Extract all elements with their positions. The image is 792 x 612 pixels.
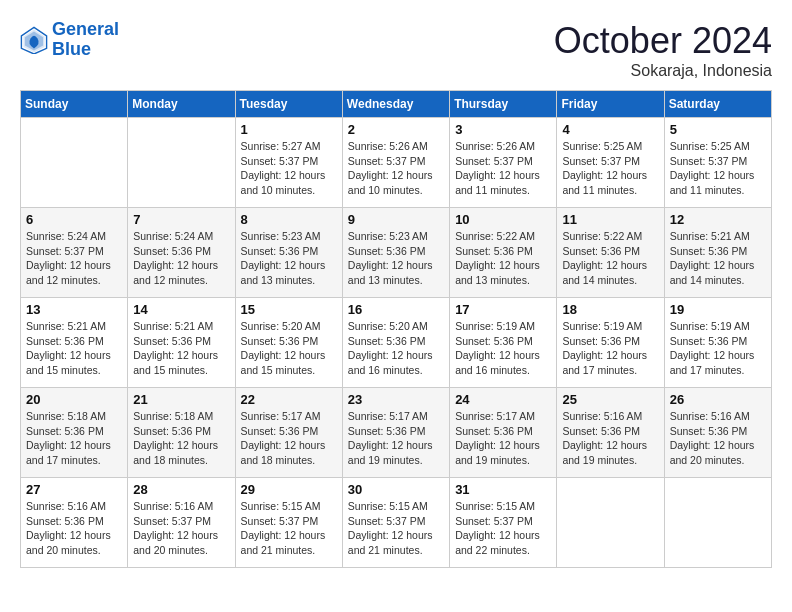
day-number: 22 xyxy=(241,392,337,407)
calendar-cell: 8Sunrise: 5:23 AMSunset: 5:36 PMDaylight… xyxy=(235,208,342,298)
day-info: Sunrise: 5:16 AMSunset: 5:36 PMDaylight:… xyxy=(670,409,766,468)
calendar-cell: 20Sunrise: 5:18 AMSunset: 5:36 PMDayligh… xyxy=(21,388,128,478)
day-number: 19 xyxy=(670,302,766,317)
calendar-cell: 14Sunrise: 5:21 AMSunset: 5:36 PMDayligh… xyxy=(128,298,235,388)
day-number: 16 xyxy=(348,302,444,317)
calendar-cell: 5Sunrise: 5:25 AMSunset: 5:37 PMDaylight… xyxy=(664,118,771,208)
day-info: Sunrise: 5:19 AMSunset: 5:36 PMDaylight:… xyxy=(562,319,658,378)
day-info: Sunrise: 5:16 AMSunset: 5:36 PMDaylight:… xyxy=(26,499,122,558)
day-info: Sunrise: 5:26 AMSunset: 5:37 PMDaylight:… xyxy=(348,139,444,198)
day-number: 12 xyxy=(670,212,766,227)
day-number: 28 xyxy=(133,482,229,497)
day-info: Sunrise: 5:26 AMSunset: 5:37 PMDaylight:… xyxy=(455,139,551,198)
col-tuesday: Tuesday xyxy=(235,91,342,118)
calendar-cell: 15Sunrise: 5:20 AMSunset: 5:36 PMDayligh… xyxy=(235,298,342,388)
logo-line1: General xyxy=(52,19,119,39)
calendar-cell: 29Sunrise: 5:15 AMSunset: 5:37 PMDayligh… xyxy=(235,478,342,568)
calendar-cell xyxy=(557,478,664,568)
day-number: 4 xyxy=(562,122,658,137)
day-info: Sunrise: 5:20 AMSunset: 5:36 PMDaylight:… xyxy=(348,319,444,378)
day-number: 30 xyxy=(348,482,444,497)
calendar-week-1: 1Sunrise: 5:27 AMSunset: 5:37 PMDaylight… xyxy=(21,118,772,208)
day-info: Sunrise: 5:22 AMSunset: 5:36 PMDaylight:… xyxy=(455,229,551,288)
calendar-week-4: 20Sunrise: 5:18 AMSunset: 5:36 PMDayligh… xyxy=(21,388,772,478)
col-sunday: Sunday xyxy=(21,91,128,118)
calendar-cell: 22Sunrise: 5:17 AMSunset: 5:36 PMDayligh… xyxy=(235,388,342,478)
day-number: 2 xyxy=(348,122,444,137)
calendar-cell: 9Sunrise: 5:23 AMSunset: 5:36 PMDaylight… xyxy=(342,208,449,298)
day-number: 21 xyxy=(133,392,229,407)
logo: General Blue xyxy=(20,20,119,60)
day-number: 3 xyxy=(455,122,551,137)
day-number: 20 xyxy=(26,392,122,407)
calendar-cell: 6Sunrise: 5:24 AMSunset: 5:37 PMDaylight… xyxy=(21,208,128,298)
calendar-week-3: 13Sunrise: 5:21 AMSunset: 5:36 PMDayligh… xyxy=(21,298,772,388)
calendar-table: Sunday Monday Tuesday Wednesday Thursday… xyxy=(20,90,772,568)
calendar-cell: 25Sunrise: 5:16 AMSunset: 5:36 PMDayligh… xyxy=(557,388,664,478)
day-info: Sunrise: 5:24 AMSunset: 5:36 PMDaylight:… xyxy=(133,229,229,288)
day-info: Sunrise: 5:17 AMSunset: 5:36 PMDaylight:… xyxy=(348,409,444,468)
calendar-cell: 3Sunrise: 5:26 AMSunset: 5:37 PMDaylight… xyxy=(450,118,557,208)
day-info: Sunrise: 5:15 AMSunset: 5:37 PMDaylight:… xyxy=(348,499,444,558)
calendar-cell: 21Sunrise: 5:18 AMSunset: 5:36 PMDayligh… xyxy=(128,388,235,478)
day-number: 14 xyxy=(133,302,229,317)
day-info: Sunrise: 5:24 AMSunset: 5:37 PMDaylight:… xyxy=(26,229,122,288)
day-number: 9 xyxy=(348,212,444,227)
day-info: Sunrise: 5:17 AMSunset: 5:36 PMDaylight:… xyxy=(241,409,337,468)
day-info: Sunrise: 5:19 AMSunset: 5:36 PMDaylight:… xyxy=(455,319,551,378)
day-number: 6 xyxy=(26,212,122,227)
logo-line2: Blue xyxy=(52,39,91,59)
day-info: Sunrise: 5:16 AMSunset: 5:36 PMDaylight:… xyxy=(562,409,658,468)
day-number: 11 xyxy=(562,212,658,227)
calendar-cell: 23Sunrise: 5:17 AMSunset: 5:36 PMDayligh… xyxy=(342,388,449,478)
day-number: 27 xyxy=(26,482,122,497)
location: Sokaraja, Indonesia xyxy=(554,62,772,80)
page-header: General Blue October 2024 Sokaraja, Indo… xyxy=(20,20,772,80)
day-number: 25 xyxy=(562,392,658,407)
logo-text: General Blue xyxy=(52,20,119,60)
day-number: 13 xyxy=(26,302,122,317)
calendar-cell: 11Sunrise: 5:22 AMSunset: 5:36 PMDayligh… xyxy=(557,208,664,298)
calendar-cell: 31Sunrise: 5:15 AMSunset: 5:37 PMDayligh… xyxy=(450,478,557,568)
day-number: 26 xyxy=(670,392,766,407)
day-number: 24 xyxy=(455,392,551,407)
day-info: Sunrise: 5:25 AMSunset: 5:37 PMDaylight:… xyxy=(670,139,766,198)
calendar-cell: 24Sunrise: 5:17 AMSunset: 5:36 PMDayligh… xyxy=(450,388,557,478)
day-info: Sunrise: 5:27 AMSunset: 5:37 PMDaylight:… xyxy=(241,139,337,198)
calendar-cell: 27Sunrise: 5:16 AMSunset: 5:36 PMDayligh… xyxy=(21,478,128,568)
day-number: 17 xyxy=(455,302,551,317)
col-monday: Monday xyxy=(128,91,235,118)
month-title: October 2024 xyxy=(554,20,772,62)
day-info: Sunrise: 5:23 AMSunset: 5:36 PMDaylight:… xyxy=(241,229,337,288)
day-number: 29 xyxy=(241,482,337,497)
day-number: 31 xyxy=(455,482,551,497)
col-wednesday: Wednesday xyxy=(342,91,449,118)
day-info: Sunrise: 5:21 AMSunset: 5:36 PMDaylight:… xyxy=(670,229,766,288)
calendar-cell xyxy=(21,118,128,208)
day-info: Sunrise: 5:15 AMSunset: 5:37 PMDaylight:… xyxy=(455,499,551,558)
calendar-cell: 30Sunrise: 5:15 AMSunset: 5:37 PMDayligh… xyxy=(342,478,449,568)
col-saturday: Saturday xyxy=(664,91,771,118)
calendar-cell xyxy=(664,478,771,568)
day-number: 18 xyxy=(562,302,658,317)
calendar-cell: 2Sunrise: 5:26 AMSunset: 5:37 PMDaylight… xyxy=(342,118,449,208)
day-info: Sunrise: 5:18 AMSunset: 5:36 PMDaylight:… xyxy=(133,409,229,468)
day-info: Sunrise: 5:22 AMSunset: 5:36 PMDaylight:… xyxy=(562,229,658,288)
calendar-cell: 13Sunrise: 5:21 AMSunset: 5:36 PMDayligh… xyxy=(21,298,128,388)
calendar-cell: 26Sunrise: 5:16 AMSunset: 5:36 PMDayligh… xyxy=(664,388,771,478)
day-number: 15 xyxy=(241,302,337,317)
calendar-week-2: 6Sunrise: 5:24 AMSunset: 5:37 PMDaylight… xyxy=(21,208,772,298)
day-number: 23 xyxy=(348,392,444,407)
col-thursday: Thursday xyxy=(450,91,557,118)
day-info: Sunrise: 5:18 AMSunset: 5:36 PMDaylight:… xyxy=(26,409,122,468)
calendar-header-row: Sunday Monday Tuesday Wednesday Thursday… xyxy=(21,91,772,118)
calendar-cell: 18Sunrise: 5:19 AMSunset: 5:36 PMDayligh… xyxy=(557,298,664,388)
calendar-week-5: 27Sunrise: 5:16 AMSunset: 5:36 PMDayligh… xyxy=(21,478,772,568)
day-number: 5 xyxy=(670,122,766,137)
day-info: Sunrise: 5:23 AMSunset: 5:36 PMDaylight:… xyxy=(348,229,444,288)
calendar-cell: 1Sunrise: 5:27 AMSunset: 5:37 PMDaylight… xyxy=(235,118,342,208)
calendar-cell: 10Sunrise: 5:22 AMSunset: 5:36 PMDayligh… xyxy=(450,208,557,298)
day-info: Sunrise: 5:15 AMSunset: 5:37 PMDaylight:… xyxy=(241,499,337,558)
day-number: 10 xyxy=(455,212,551,227)
calendar-cell: 4Sunrise: 5:25 AMSunset: 5:37 PMDaylight… xyxy=(557,118,664,208)
